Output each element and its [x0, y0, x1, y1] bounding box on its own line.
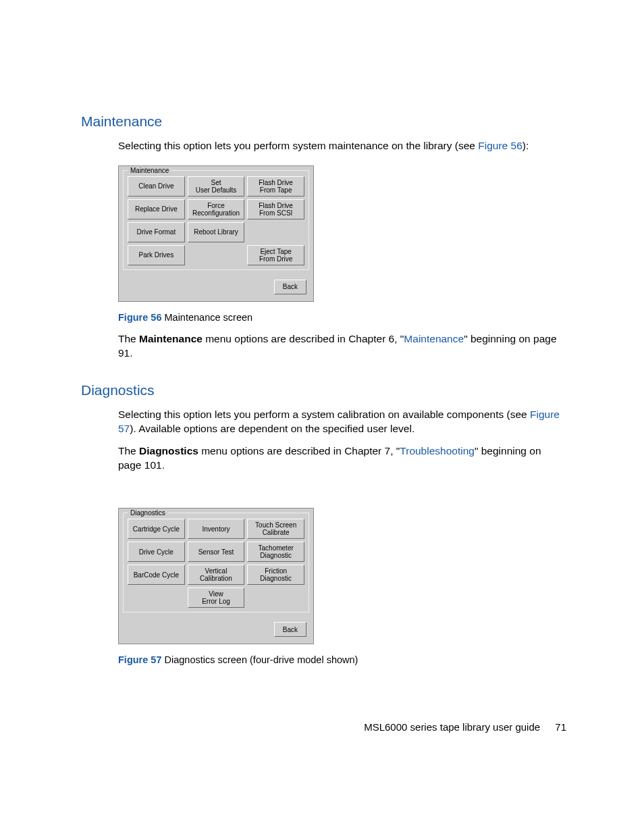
section-heading-maintenance: Maintenance	[81, 113, 566, 130]
bold-text: Diagnostics	[139, 445, 198, 457]
text: The	[118, 445, 139, 457]
panel-legend: Diagnostics	[128, 509, 168, 518]
maintenance-panel-screenshot: Maintenance Clean DriveSet User Defaults…	[118, 165, 314, 302]
panel-button: Sensor Test	[188, 542, 245, 562]
panel-legend: Maintenance	[128, 166, 171, 176]
figure-caption-text: Maintenance screen	[161, 312, 252, 323]
panel-button: Flash Drive From SCSI	[247, 199, 304, 219]
panel-button: Reboot Library	[188, 222, 245, 242]
figure-link-56[interactable]: Figure 56	[478, 140, 522, 151]
figure-56-caption: Figure 56 Maintenance screen	[118, 311, 566, 325]
text: menu options are described in Chapter 7,…	[198, 445, 400, 457]
bold-text: Maintenance	[139, 333, 203, 344]
diagnostics-panel-screenshot: Diagnostics Cartridge CycleInventoryTouc…	[118, 508, 314, 644]
panel-button: Clean Drive	[128, 176, 185, 197]
back-button: Back	[274, 280, 306, 294]
text: menu options are described in Chapter 6,…	[203, 333, 404, 344]
text: The	[118, 333, 139, 344]
chapter-link-maintenance[interactable]: Maintenance	[404, 333, 464, 344]
diagnostics-intro: Selecting this option lets you perform a…	[118, 408, 566, 436]
maintenance-button-grid: Clean DriveSet User DefaultsFlash Drive …	[128, 176, 304, 265]
page-footer: MSL6000 series tape library user guide 7…	[364, 721, 566, 733]
back-button: Back	[274, 622, 306, 637]
panel-button: Replace Drive	[128, 199, 185, 219]
figure-number: Figure 57	[118, 654, 161, 665]
panel-button: Cartridge Cycle	[128, 519, 185, 539]
panel-button: Inventory	[188, 519, 245, 539]
panel-button: Tachometer Diagnostic	[247, 542, 304, 562]
panel-button: BarCode Cycle	[128, 565, 185, 585]
panel-button: Drive Format	[128, 222, 185, 242]
panel-button: Park Drives	[128, 245, 185, 265]
panel-button: Vertical Calibration	[188, 565, 245, 585]
text: Selecting this option lets you perform a…	[118, 409, 530, 420]
figure-57-caption: Figure 57 Diagnostics screen (four-drive…	[118, 654, 566, 667]
panel-button: Friction Diagnostic	[247, 565, 304, 585]
diagnostics-description: The Diagnostics menu options are describ…	[118, 444, 566, 473]
panel-button: Force Reconfiguration	[188, 199, 245, 219]
panel-button: Eject Tape From Drive	[247, 245, 304, 265]
panel-button: Drive Cycle	[128, 542, 185, 562]
text: ):	[522, 140, 529, 151]
chapter-link-troubleshooting[interactable]: Troubleshooting	[400, 445, 475, 457]
maintenance-description: The Maintenance menu options are describ…	[118, 332, 566, 361]
maintenance-intro: Selecting this option lets you perform s…	[118, 139, 566, 153]
figure-caption-text: Diagnostics screen (four-drive model sho…	[161, 654, 358, 665]
section-heading-diagnostics: Diagnostics	[81, 382, 566, 398]
page-number: 71	[555, 721, 566, 733]
figure-number: Figure 56	[118, 312, 161, 323]
text: ). Available options are dependent on th…	[130, 423, 414, 434]
panel-button: Set User Defaults	[188, 176, 245, 197]
footer-title: MSL6000 series tape library user guide	[364, 721, 540, 733]
panel-button: Touch Screen Calibrate	[247, 519, 304, 539]
panel-button: Flash Drive From Tape	[247, 176, 304, 197]
text: Selecting this option lets you perform s…	[118, 140, 478, 151]
diagnostics-button-grid: Cartridge CycleInventoryTouch Screen Cal…	[128, 519, 304, 608]
panel-button: View Error Log	[188, 588, 245, 608]
